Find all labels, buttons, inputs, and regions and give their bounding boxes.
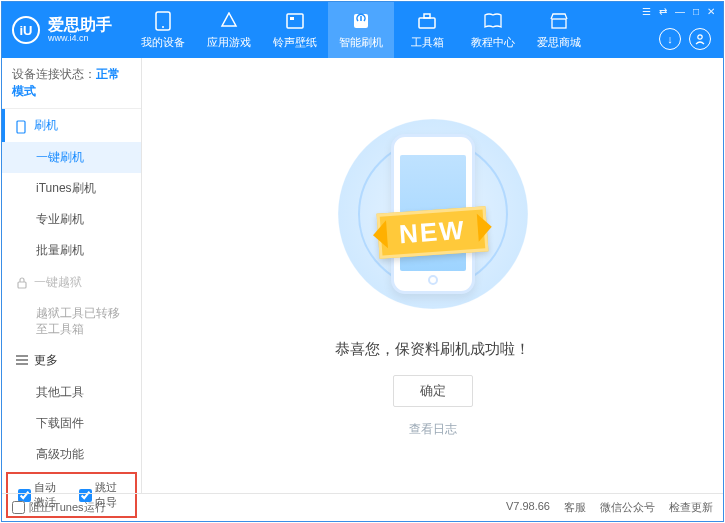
window-controls: ☰ ⇄ — □ ✕ (642, 6, 715, 17)
sidebar-item-itunes-flash[interactable]: iTunes刷机 (2, 173, 141, 204)
flash-icon (351, 11, 371, 31)
download-button[interactable]: ↓ (659, 28, 681, 50)
checkbox-label: 阻止iTunes运行 (29, 500, 106, 515)
nav-label: 我的设备 (141, 35, 185, 50)
nav-store[interactable]: 爱思商城 (526, 2, 592, 58)
book-icon (483, 11, 503, 31)
sidebar-item-pro-flash[interactable]: 专业刷机 (2, 204, 141, 235)
view-log-link[interactable]: 查看日志 (409, 421, 457, 438)
app-name: 爱思助手 (48, 17, 112, 33)
section-title: 刷机 (34, 117, 58, 134)
wechat-link[interactable]: 微信公众号 (600, 500, 655, 515)
app-logo: iU 爱思助手 www.i4.cn (12, 16, 112, 44)
conn-label: 设备连接状态： (12, 67, 96, 81)
wallpaper-icon (285, 11, 305, 31)
main-panel: NEW 恭喜您，保资料刷机成功啦！ 确定 查看日志 (142, 58, 723, 493)
logo-icon: iU (12, 16, 40, 44)
sidebar-item-download-firmware[interactable]: 下载固件 (2, 408, 141, 439)
nav-ringtones[interactable]: 铃声壁纸 (262, 2, 328, 58)
lock-icon (16, 277, 28, 289)
sidebar-item-batch-flash[interactable]: 批量刷机 (2, 235, 141, 266)
sidebar-item-advanced[interactable]: 高级功能 (2, 439, 141, 470)
apps-icon (219, 11, 239, 31)
section-title: 一键越狱 (34, 274, 82, 291)
svg-point-8 (698, 35, 702, 39)
nav-my-device[interactable]: 我的设备 (130, 2, 196, 58)
store-icon (549, 11, 569, 31)
close-icon[interactable]: ✕ (707, 6, 715, 17)
menu-icon (16, 355, 28, 367)
support-link[interactable]: 客服 (564, 500, 586, 515)
toolbox-icon (417, 11, 437, 31)
user-button[interactable] (689, 28, 711, 50)
ok-button[interactable]: 确定 (393, 375, 473, 407)
success-illustration: NEW (358, 114, 508, 314)
check-update-link[interactable]: 检查更新 (669, 500, 713, 515)
sidebar-item-oneclick-flash[interactable]: 一键刷机 (2, 142, 141, 173)
app-url: www.i4.cn (48, 33, 112, 43)
connection-status: 设备连接状态：正常模式 (2, 58, 141, 109)
titlebar: iU 爱思助手 www.i4.cn 我的设备 应用游戏 铃声壁纸 智能刷机 (2, 2, 723, 58)
nav-label: 教程中心 (471, 35, 515, 50)
minimize-icon[interactable]: — (675, 6, 685, 17)
sidebar-item-other-tools[interactable]: 其他工具 (2, 377, 141, 408)
phone-icon (153, 11, 173, 31)
block-itunes-checkbox[interactable]: 阻止iTunes运行 (12, 500, 106, 515)
svg-rect-10 (18, 282, 26, 288)
svg-rect-6 (424, 14, 430, 18)
nav-label: 智能刷机 (339, 35, 383, 50)
nav-label: 应用游戏 (207, 35, 251, 50)
nav-label: 工具箱 (411, 35, 444, 50)
svg-rect-9 (17, 121, 25, 133)
nav-smart-flash[interactable]: 智能刷机 (328, 2, 394, 58)
jailbreak-note: 越狱工具已转移至工具箱 (2, 299, 141, 344)
section-jailbreak[interactable]: 一键越狱 (2, 266, 141, 299)
version-text: V7.98.66 (506, 500, 550, 515)
svg-rect-5 (419, 18, 435, 28)
svg-rect-7 (552, 19, 566, 28)
section-title: 更多 (34, 352, 58, 369)
section-flash[interactable]: 刷机 (2, 109, 141, 142)
statusbar: 阻止iTunes运行 V7.98.66 客服 微信公众号 检查更新 (2, 493, 723, 521)
menu-icon[interactable]: ☰ (642, 6, 651, 17)
success-message: 恭喜您，保资料刷机成功啦！ (335, 340, 530, 359)
svg-rect-2 (287, 14, 303, 28)
svg-rect-3 (290, 17, 294, 20)
maximize-icon[interactable]: □ (693, 6, 699, 17)
section-more[interactable]: 更多 (2, 344, 141, 377)
nav-apps-games[interactable]: 应用游戏 (196, 2, 262, 58)
new-badge: NEW (377, 206, 489, 258)
phone-icon (16, 120, 28, 132)
main-nav: 我的设备 应用游戏 铃声壁纸 智能刷机 工具箱 教程中心 (130, 2, 592, 58)
lock-icon[interactable]: ⇄ (659, 6, 667, 17)
nav-toolbox[interactable]: 工具箱 (394, 2, 460, 58)
user-controls: ↓ (659, 28, 711, 50)
nav-label: 爱思商城 (537, 35, 581, 50)
sidebar: 设备连接状态：正常模式 刷机 一键刷机 iTunes刷机 专业刷机 批量刷机 一… (2, 58, 142, 493)
svg-point-1 (162, 26, 164, 28)
nav-label: 铃声壁纸 (273, 35, 317, 50)
nav-tutorials[interactable]: 教程中心 (460, 2, 526, 58)
